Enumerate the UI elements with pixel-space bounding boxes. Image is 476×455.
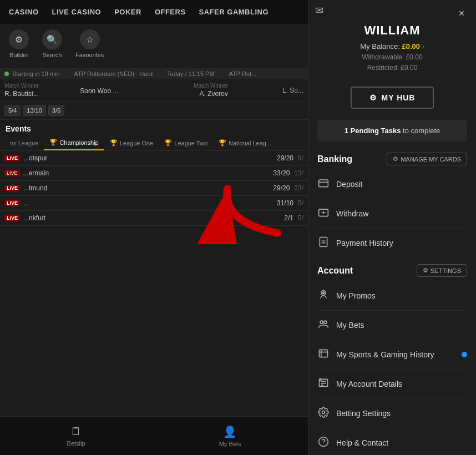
restricted-label: Restricted: [367,64,399,72]
payment-history-item[interactable]: Payment History [317,229,467,257]
account-details-icon [317,377,330,391]
favourites-nav[interactable]: ☆ Favourites [75,29,104,58]
balance-amount: £0.00 [402,42,421,50]
event-row-5: LIVE ...nkfurt 2/15/ [0,211,308,226]
manage-cards-button[interactable]: ⚙ MANAGE MY CARDS [387,153,467,165]
manage-cards-label: MANAGE MY CARDS [401,156,461,163]
mybets-label: My Bets [219,441,241,447]
withdrawable-amount: £0.00 [406,53,423,61]
my-hub-label: MY HUB [382,93,416,102]
search-nav[interactable]: 🔍 Search [42,29,62,58]
odds-btn-2[interactable]: 13/10 [23,105,46,116]
balance-section: My Balance: £0.00 › Withdrawable: £0.00 … [308,42,476,80]
account-details-item[interactable]: My Account Details [317,370,467,399]
svg-point-19 [322,411,325,414]
banking-section: Banking ⚙ MANAGE MY CARDS Deposit [308,146,476,257]
nav-live-casino[interactable]: Live Casino [52,8,102,16]
my-promos-label: My Promos [336,291,467,300]
my-hub-icon: ⚙ [369,93,377,102]
balance-line: My Balance: £0.00 › [317,42,467,50]
deposit-item[interactable]: Deposit [317,170,467,199]
event-row-4: LIVE ... 31/105/ [0,196,308,211]
builder-label: Builder [9,52,28,58]
pending-tasks-label: Pending Tasks [351,127,401,135]
help-contact-item[interactable]: Help & Contact [317,428,467,455]
mybets-nav[interactable]: 👤 My Bets [219,425,241,447]
betting-settings-icon [317,407,330,420]
tab-national-league[interactable]: 🏆 National Leag... [213,135,277,150]
balance-arrow[interactable]: › [422,43,424,50]
tab-league-one[interactable]: 🏆 League One [104,135,159,150]
close-button[interactable]: × [454,6,469,21]
league-tabs: ns League 🏆 Championship 🏆 League One 🏆 … [0,135,308,151]
event-row-3: LIVE ...tmund 29/2023/ [0,181,308,196]
tab-ns-league[interactable]: ns League [4,135,44,150]
pending-tasks-bar[interactable]: 1 Pending Tasks to complete [317,120,467,141]
payment-history-label: Payment History [336,239,467,247]
nav-safer-gambling[interactable]: Safer Gambling [199,8,269,16]
payment-history-icon [317,236,330,250]
svg-point-8 [322,292,324,294]
banking-title-row: Banking ⚙ MANAGE MY CARDS [317,153,467,165]
deposit-label: Deposit [336,180,467,189]
betslip-nav[interactable]: 🗒 Betslip [67,425,85,447]
tab-league-two[interactable]: 🏆 League Two [159,135,213,150]
settings-icon: ⚙ [423,267,428,274]
svg-rect-1 [319,180,328,188]
account-section: Account ⚙ SETTINGS My Promos [308,257,476,455]
tab-championship[interactable]: 🏆 Championship [44,135,104,150]
deposit-icon [317,178,330,191]
settings-label: SETTINGS [431,267,461,274]
banking-title: Banking [317,154,352,164]
my-bets-item[interactable]: My Bets [317,311,467,340]
match-row-1: Match Winner R. Bautist... Soon Woo ... … [0,79,308,102]
events-header: Events [0,120,308,135]
event-row-1: LIVE ...otspur 29/209/ [0,151,308,166]
svg-rect-4 [320,237,327,247]
pending-complete: to complete [403,127,440,135]
pending-count: 1 [345,127,348,135]
search-icon: 🔍 [42,29,62,49]
betting-settings-item[interactable]: Betting Settings [317,399,467,428]
svg-rect-11 [320,350,328,357]
bottom-navigation: 🗒 Betslip 👤 My Bets [0,416,308,455]
account-details-label: My Account Details [336,380,467,388]
help-contact-label: Help & Contact [336,438,467,447]
icon-row: ⚙ Builder 🔍 Search ☆ Favourites [0,24,308,64]
sports-gaming-label: My Sports & Gaming History [336,350,455,359]
nav-poker[interactable]: Poker [114,8,141,16]
message-icon[interactable]: ✉ [315,4,323,17]
my-bets-icon [317,318,330,332]
favourites-icon: ☆ [80,29,100,49]
panel-username: WILLIAM [308,21,476,42]
match-header-1: Starting in 19 min ATP Rotterdam (NED) ·… [0,68,308,79]
my-sports-gaming-item[interactable]: My Sports & Gaming History [317,340,467,370]
betting-settings-label: Betting Settings [336,409,467,418]
odds-btn-3[interactable]: 3/5 [48,105,64,116]
mybets-icon: 👤 [223,425,237,438]
withdrawable-label: Withdrawable: [362,53,404,61]
betslip-icon: 🗒 [70,425,82,438]
promos-icon [317,289,330,302]
svg-point-9 [320,321,323,324]
top-navigation: Casino Live Casino Poker Offers Safer Ga… [0,0,308,24]
builder-icon: ⚙ [9,29,29,49]
withdraw-label: Withdraw [336,209,467,218]
nav-casino[interactable]: Casino [9,8,39,16]
scroll-content: Starting in 19 min ATP Rotterdam (NED) ·… [0,64,308,230]
svg-point-10 [324,321,327,324]
favourites-label: Favourites [75,52,104,58]
account-title-row: Account ⚙ SETTINGS [317,264,467,277]
account-title: Account [317,266,353,276]
restricted-amount: £0.00 [401,64,417,72]
odds-btn-1[interactable]: 5/4 [4,105,21,116]
nav-offers[interactable]: Offers [155,8,186,16]
builder-nav[interactable]: ⚙ Builder [9,29,29,58]
sports-gaming-dot [462,352,467,357]
panel-header: × [308,0,476,21]
my-hub-button[interactable]: ⚙ MY HUB [351,87,434,109]
withdraw-item[interactable]: Withdraw [317,199,467,229]
my-promos-item[interactable]: My Promos [317,281,467,311]
settings-button[interactable]: ⚙ SETTINGS [417,264,467,277]
background-content: Casino Live Casino Poker Offers Safer Ga… [0,0,308,455]
